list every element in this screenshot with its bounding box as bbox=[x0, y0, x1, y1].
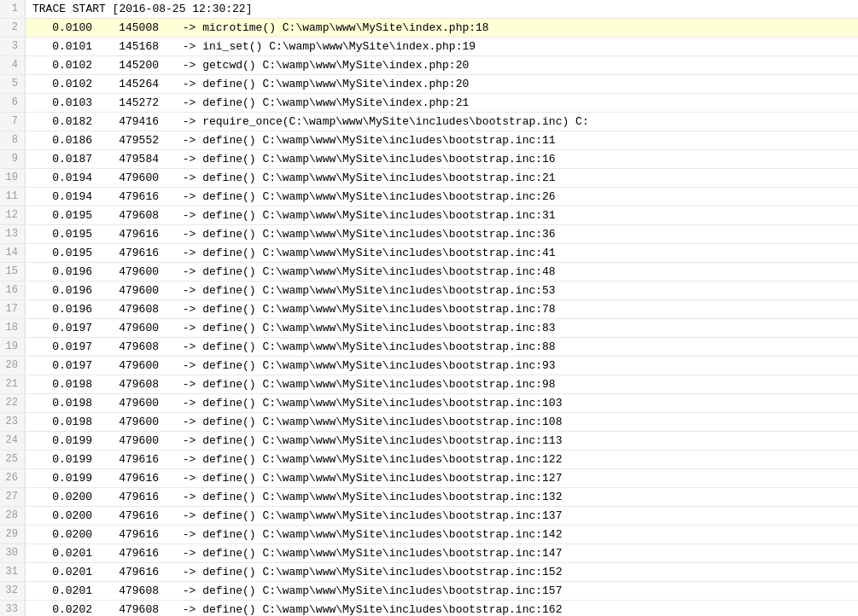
memory-value: 479616 bbox=[99, 563, 159, 581]
trace-line: 70.0182479416 -> require_once(C:\wamp\ww… bbox=[0, 113, 858, 131]
time-value: 0.0197 bbox=[32, 357, 92, 375]
line-number: 17 bbox=[0, 300, 26, 318]
line-number: 20 bbox=[0, 357, 26, 375]
memory-value: 479608 bbox=[99, 206, 159, 224]
memory-value: 479552 bbox=[99, 131, 159, 149]
call-value: -> require_once(C:\wamp\www\MySite\inclu… bbox=[176, 115, 589, 128]
memory-value: 479616 bbox=[99, 188, 159, 206]
line-content: 0.0196479600 -> define() C:\wamp\www\MyS… bbox=[26, 263, 556, 281]
line-number: 8 bbox=[0, 131, 26, 149]
trace-line: 220.0198479600 -> define() C:\wamp\www\M… bbox=[0, 394, 858, 413]
line-number: 10 bbox=[0, 169, 26, 187]
line-content: 0.0195479608 -> define() C:\wamp\www\MyS… bbox=[26, 206, 556, 224]
line-content: 0.0201479616 -> define() C:\wamp\www\MyS… bbox=[26, 544, 562, 562]
line-number: 7 bbox=[0, 113, 26, 131]
line-content: 0.0194479616 -> define() C:\wamp\www\MyS… bbox=[26, 188, 556, 206]
time-value: 0.0201 bbox=[32, 544, 92, 562]
line-content: 0.0201479608 -> define() C:\wamp\www\MyS… bbox=[26, 582, 562, 600]
line-number: 9 bbox=[0, 150, 26, 168]
trace-line: 260.0199479616 -> define() C:\wamp\www\M… bbox=[0, 469, 858, 488]
line-content: 0.0201479616 -> define() C:\wamp\www\MyS… bbox=[26, 563, 562, 581]
trace-line: 200.0197479600 -> define() C:\wamp\www\M… bbox=[0, 357, 858, 375]
time-value: 0.0201 bbox=[32, 563, 92, 581]
trace-line: 250.0199479616 -> define() C:\wamp\www\M… bbox=[0, 450, 858, 469]
line-number: 28 bbox=[0, 507, 26, 525]
line-content: 0.0194479600 -> define() C:\wamp\www\MyS… bbox=[26, 169, 556, 187]
line-number: 31 bbox=[0, 563, 26, 581]
trace-line: 1TRACE START [2016-08-25 12:30:22] bbox=[0, 0, 858, 19]
memory-value: 479600 bbox=[99, 357, 159, 375]
line-number: 4 bbox=[0, 56, 26, 74]
trace-line: 120.0195479608 -> define() C:\wamp\www\M… bbox=[0, 206, 858, 225]
line-content: 0.0197479600 -> define() C:\wamp\www\MyS… bbox=[26, 357, 556, 375]
call-value: -> getcwd() C:\wamp\www\MySite\index.php… bbox=[176, 59, 469, 72]
time-value: 0.0198 bbox=[32, 394, 92, 412]
line-content: 0.0195479616 -> define() C:\wamp\www\MyS… bbox=[26, 225, 556, 243]
memory-value: 479616 bbox=[99, 244, 159, 262]
line-content: 0.0200479616 -> define() C:\wamp\www\MyS… bbox=[26, 507, 562, 525]
line-number: 14 bbox=[0, 244, 26, 262]
trace-line: 150.0196479600 -> define() C:\wamp\www\M… bbox=[0, 263, 858, 282]
memory-value: 479600 bbox=[99, 319, 159, 337]
trace-line: 230.0198479600 -> define() C:\wamp\www\M… bbox=[0, 413, 858, 432]
trace-line: 210.0198479608 -> define() C:\wamp\www\M… bbox=[0, 375, 858, 394]
memory-value: 479608 bbox=[99, 582, 159, 600]
time-value: 0.0195 bbox=[32, 206, 92, 224]
memory-value: 479600 bbox=[99, 169, 159, 187]
call-value: -> define() C:\wamp\www\MySite\includes\… bbox=[176, 190, 556, 203]
line-number: 26 bbox=[0, 469, 26, 487]
call-value: -> define() C:\wamp\www\MySite\includes\… bbox=[176, 359, 556, 372]
trace-line: 240.0199479600 -> define() C:\wamp\www\M… bbox=[0, 432, 858, 450]
trace-line: 60.0103145272 -> define() C:\wamp\www\My… bbox=[0, 94, 858, 113]
call-value: -> define() C:\wamp\www\MySite\includes\… bbox=[176, 171, 556, 184]
time-value: 0.0101 bbox=[32, 38, 92, 55]
time-value: 0.0196 bbox=[32, 300, 92, 318]
time-value: 0.0200 bbox=[32, 526, 92, 543]
trace-line: 40.0102145200 -> getcwd() C:\wamp\www\My… bbox=[0, 56, 858, 75]
memory-value: 145272 bbox=[99, 94, 159, 112]
time-value: 0.0102 bbox=[32, 56, 92, 74]
time-value: 0.0195 bbox=[32, 244, 92, 262]
call-value: -> define() C:\wamp\www\MySite\includes\… bbox=[176, 603, 562, 616]
line-content: 0.0196479600 -> define() C:\wamp\www\MyS… bbox=[26, 282, 556, 299]
line-number: 21 bbox=[0, 375, 26, 393]
line-content: 0.0100145008 -> microtime() C:\wamp\www\… bbox=[26, 19, 489, 37]
time-value: 0.0103 bbox=[32, 94, 92, 112]
line-number: 12 bbox=[0, 206, 26, 224]
line-number: 2 bbox=[0, 19, 26, 37]
call-value: -> define() C:\wamp\www\MySite\includes\… bbox=[176, 228, 556, 241]
line-number: 32 bbox=[0, 582, 26, 600]
time-value: 0.0194 bbox=[32, 169, 92, 187]
line-number: 18 bbox=[0, 319, 26, 337]
trace-line: 270.0200479616 -> define() C:\wamp\www\M… bbox=[0, 488, 858, 507]
line-content: 0.0198479600 -> define() C:\wamp\www\MyS… bbox=[26, 394, 562, 412]
trace-line: 280.0200479616 -> define() C:\wamp\www\M… bbox=[0, 507, 858, 526]
call-value: -> define() C:\wamp\www\MySite\includes\… bbox=[176, 153, 556, 166]
memory-value: 479608 bbox=[99, 338, 159, 356]
call-value: -> define() C:\wamp\www\MySite\includes\… bbox=[176, 134, 556, 147]
line-number: 16 bbox=[0, 282, 26, 299]
line-number: 27 bbox=[0, 488, 26, 506]
line-content: 0.0198479608 -> define() C:\wamp\www\MyS… bbox=[26, 375, 556, 393]
call-value: -> define() C:\wamp\www\MySite\includes\… bbox=[176, 265, 556, 278]
line-number: 5 bbox=[0, 75, 26, 93]
memory-value: 479600 bbox=[99, 432, 159, 450]
line-number: 13 bbox=[0, 225, 26, 243]
memory-value: 479608 bbox=[99, 601, 159, 616]
time-value: 0.0186 bbox=[32, 131, 92, 149]
time-value: 0.0199 bbox=[32, 469, 92, 487]
call-value: -> define() C:\wamp\www\MySite\includes\… bbox=[176, 284, 556, 297]
trace-line: 30.0101145168 -> ini_set() C:\wamp\www\M… bbox=[0, 38, 858, 56]
line-number: 25 bbox=[0, 450, 26, 468]
time-value: 0.0102 bbox=[32, 75, 92, 93]
line-number: 19 bbox=[0, 338, 26, 356]
line-content: 0.0197479608 -> define() C:\wamp\www\MyS… bbox=[26, 338, 556, 356]
line-number: 1 bbox=[0, 0, 26, 18]
memory-value: 479616 bbox=[99, 450, 159, 468]
call-value: -> define() C:\wamp\www\MySite\includes\… bbox=[176, 547, 562, 560]
trace-line: 50.0102145264 -> define() C:\wamp\www\My… bbox=[0, 75, 858, 94]
call-value: -> define() C:\wamp\www\MySite\includes\… bbox=[176, 416, 562, 428]
trace-line: 320.0201479608 -> define() C:\wamp\www\M… bbox=[0, 582, 858, 601]
time-value: 0.0198 bbox=[32, 375, 92, 393]
line-content: 0.0199479616 -> define() C:\wamp\www\MyS… bbox=[26, 469, 562, 487]
